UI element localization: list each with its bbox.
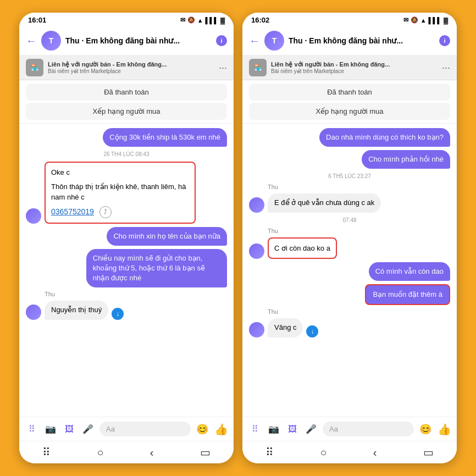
msg-received-text-1: Nguyễn thị thuý [45, 301, 108, 319]
timestamp-r1: 6 TH5 LÚC 23:27 [328, 173, 371, 179]
nav-home-left[interactable]: ○ [97, 446, 103, 459]
phones-container: 16:01 ✉ 🔕 ▲ ▌▌▌ ▓ ← T Thu · Em không đăn… [8, 2, 468, 474]
msg-bordered-1: Oke c Thôn tháp thị trấn kiện khê, thanh… [45, 162, 196, 224]
nav-back-left[interactable]: ‹ [150, 446, 154, 459]
image-icon-right[interactable]: 🖼 [285, 422, 300, 436]
mic-icon-left[interactable]: 🎤 [81, 422, 95, 436]
msg-received-bordered-r: C ơi còn dao ko a [249, 237, 450, 259]
msg-sent-1: Cộng 30k tiền ship là 530k em nhé [26, 128, 227, 147]
bottom-bar-left: ⠿ 📷 🖼 🎤 Aa 😊 👍 [19, 417, 234, 441]
small-avatar-2 [26, 305, 41, 320]
phone-number[interactable]: 0365752019 [51, 206, 94, 218]
paid-button-left[interactable]: Đã thanh toán [26, 84, 227, 101]
small-avatar-r1 [249, 197, 264, 213]
sender-label-1: Thu [45, 291, 227, 297]
status-icons-right: ✉ 🔕 ▲ ▌▌▌ ▓ [403, 16, 448, 24]
back-button-left[interactable]: ← [26, 35, 37, 47]
timestamp-1: 26 TH4 LÚC 08:43 [103, 151, 149, 157]
time-left: 16:01 [28, 16, 46, 24]
header-title-right: Thu · Em không đăng bài như... [289, 36, 435, 45]
msg-sent-r2: Cho mình phản hồi nhé [249, 150, 450, 169]
msg-sent-text-r3: Có mình vẫn còn dao [369, 262, 450, 281]
grid-icon-right[interactable]: ⠿ [248, 422, 262, 436]
nav-back-right[interactable]: ‹ [373, 446, 377, 459]
status-icons-left: ✉ 🔕 ▲ ▌▌▌ ▓ [180, 16, 225, 24]
sender-label-r2: Thu [268, 228, 450, 234]
sub-avatar-left: 🏪 [26, 59, 43, 76]
msg-sent-text-1: Cộng 30k tiền ship là 530k em nhé [103, 128, 227, 147]
msg-received-bordered-group: Oke c Thôn tháp thị trấn kiện khê, thanh… [26, 162, 227, 224]
messages-right: Dao nhà mình dùng có thích ko bạn? Cho m… [242, 124, 457, 417]
sub-main-right: Liên hệ với người bán - Em không đăng... [271, 61, 438, 68]
action-buttons-right: Đã thanh toán Xếp hạng người mua [242, 80, 457, 124]
share-icon[interactable]: ⤴ [99, 206, 112, 218]
nav-menu-left[interactable]: ⠿ [42, 446, 51, 459]
avatar-right: T [264, 31, 284, 51]
aa-input-left[interactable]: Aa [99, 422, 191, 436]
like-icon-right[interactable]: 👍 [437, 422, 451, 436]
msg-sent-2: Cho mình xin họ tên của bạn nữa [26, 227, 227, 246]
wifi-icon: ▲ [197, 17, 203, 24]
emoji-icon-left[interactable]: 😊 [195, 422, 209, 436]
grid-icon-left[interactable]: ⠿ [25, 422, 39, 436]
info-icon-left[interactable]: i [216, 35, 227, 46]
contact-name-right: Thu · Em không đăng bài như... [289, 36, 435, 45]
back-button-right[interactable]: ← [249, 35, 260, 47]
nav-square-left[interactable]: ▭ [200, 446, 211, 459]
small-avatar-r2 [249, 243, 264, 259]
msg-sent-r1: Dao nhà mình dùng có thích ko bạn? [249, 128, 450, 147]
msg-sent-r3: Có mình vẫn còn dao [249, 262, 450, 281]
msg-bordered-r1: C ơi còn dao ko a [268, 237, 337, 259]
bordered-text-r1: C ơi còn dao ko a [274, 243, 330, 254]
timestamp-r2: 07:48 [342, 217, 356, 223]
phone-row: 0365752019 ⤴ [51, 206, 189, 218]
bordered-line-1: Oke c [51, 167, 189, 178]
msg-icon-r: ✉ [403, 16, 408, 24]
msg-received-1: Nguyễn thị thuý ↓ [26, 301, 227, 319]
avatar-left: T [41, 31, 61, 51]
download-arrow-r1[interactable]: ↓ [306, 325, 318, 337]
paid-button-right[interactable]: Đã thanh toán [249, 84, 450, 101]
header-left: ← T Thu · Em không đăng bài như... i [19, 26, 234, 56]
small-avatar-r3 [249, 322, 264, 337]
rank-button-right[interactable]: Xếp hạng người mua [249, 103, 450, 120]
like-icon-left[interactable]: 👍 [214, 422, 228, 436]
camera-icon-left[interactable]: 📷 [43, 422, 58, 436]
header-right: ← T Thu · Em không đăng bài như... i [242, 26, 457, 56]
time-right: 16:02 [251, 16, 269, 24]
sender-label-r3: Thu [268, 308, 450, 315]
msg-received-r1: E để ở quê vẫn chưa dùng c ak [249, 193, 450, 212]
sub-sub-left: Bài niêm yết trên Marketplace [48, 68, 214, 74]
mute-icon-r: 🔕 [411, 16, 418, 24]
dots-right[interactable]: ··· [442, 62, 450, 74]
msg-sent-text-r1: Dao nhà mình dùng có thích ko bạn? [319, 128, 450, 147]
mic-icon-right[interactable]: 🎤 [304, 422, 318, 436]
nav-menu-right[interactable]: ⠿ [265, 446, 274, 459]
phone-left: 16:01 ✉ 🔕 ▲ ▌▌▌ ▓ ← T Thu · Em không đăn… [19, 13, 234, 463]
download-arrow-1[interactable]: ↓ [112, 308, 124, 320]
emoji-icon-right[interactable]: 😊 [418, 422, 433, 436]
header-title-left: Thu · Em không đăng bài như... [65, 36, 212, 45]
rank-button-left[interactable]: Xếp hạng người mua [26, 103, 227, 120]
nav-bar-right: ⠿ ○ ‹ ▭ [242, 441, 457, 463]
sub-header-left: 🏪 Liên hệ với người bán - Em không đăng.… [19, 56, 234, 80]
msg-received-text-r2: Vâng c [268, 318, 303, 337]
msg-sent-3: Chiều nay mình sẽ đi gửi cho bạn, khoảng… [26, 249, 227, 288]
aa-input-right[interactable]: Aa [323, 422, 414, 436]
signal-icon-r: ▌▌▌ [429, 17, 441, 24]
dots-left[interactable]: ··· [219, 62, 227, 74]
nav-square-right[interactable]: ▭ [423, 446, 434, 459]
nav-bar-left: ⠿ ○ ‹ ▭ [19, 441, 234, 463]
phone-right: 16:02 ✉ 🔕 ▲ ▌▌▌ ▓ ← T Thu · Em không đăn… [242, 13, 457, 463]
image-icon-left[interactable]: 🖼 [62, 422, 76, 436]
msg-sent-text-r2: Cho mình phản hồi nhé [362, 150, 450, 169]
info-icon-right[interactable]: i [439, 35, 450, 46]
contact-name-left: Thu · Em không đăng bài như... [65, 36, 212, 45]
camera-icon-right[interactable]: 📷 [267, 422, 281, 436]
msg-sent-text-2: Cho mình xin họ tên của bạn nữa [107, 227, 227, 246]
small-avatar-1 [26, 208, 41, 224]
sub-sub-right: Bài niêm yết trên Marketplace [271, 68, 438, 74]
nav-home-right[interactable]: ○ [320, 446, 326, 459]
msg-icon: ✉ [180, 16, 185, 24]
bordered-line-2: Thôn tháp thị trấn kiện khê, thanh liêm,… [51, 181, 189, 203]
